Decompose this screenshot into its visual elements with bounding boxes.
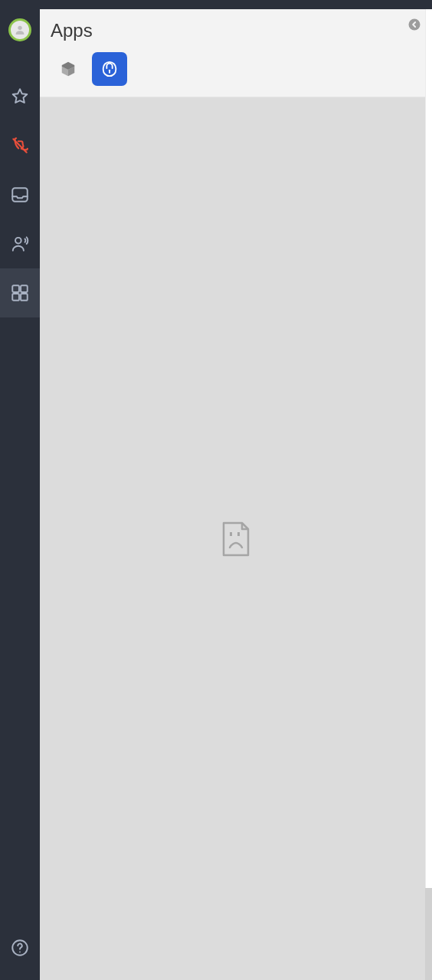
sidebar-item-help[interactable]	[0, 923, 40, 972]
sidebar-item-apps[interactable]	[0, 268, 40, 317]
help-icon	[10, 938, 30, 958]
sidebar-item-contacts[interactable]	[0, 219, 40, 268]
phone-off-icon	[10, 136, 30, 156]
panel-title: Apps	[51, 20, 418, 41]
cube-icon	[60, 61, 77, 77]
svg-rect-11	[230, 532, 232, 536]
collapse-button[interactable]	[407, 18, 421, 31]
sidebar-item-inbox[interactable]	[0, 170, 40, 219]
sidebar-item-calls[interactable]	[0, 121, 40, 170]
sidebar	[0, 0, 40, 980]
svg-point-0	[18, 26, 21, 30]
window-top-strip	[0, 0, 432, 9]
svg-rect-1	[12, 188, 28, 201]
svg-rect-6	[21, 294, 28, 301]
sidebar-item-favorites[interactable]	[0, 72, 40, 121]
svg-rect-5	[12, 294, 19, 301]
chevron-left-circle-icon	[407, 18, 421, 31]
svg-point-8	[19, 952, 21, 953]
svg-rect-4	[21, 285, 28, 292]
svg-point-2	[15, 238, 21, 244]
right-edge	[425, 9, 432, 980]
panel-header: Apps	[40, 9, 432, 97]
lock-icon	[101, 61, 118, 77]
svg-rect-3	[12, 285, 19, 292]
person-icon	[14, 24, 26, 36]
content-area	[40, 97, 432, 980]
star-icon	[10, 87, 30, 107]
tab-secure[interactable]	[92, 52, 127, 86]
tab-box[interactable]	[51, 52, 86, 86]
inbox-icon	[10, 185, 30, 205]
avatar-inner	[11, 21, 29, 39]
avatar[interactable]	[8, 18, 31, 41]
apps-panel: Apps	[40, 9, 432, 980]
scrollbar-thumb[interactable]	[425, 888, 432, 980]
svg-rect-12	[237, 532, 240, 536]
broken-page-icon	[221, 521, 251, 557]
app-tabs	[51, 52, 418, 86]
app-root: Apps	[0, 0, 432, 980]
svg-point-9	[409, 19, 421, 31]
person-speak-icon	[10, 234, 30, 254]
apps-grid-icon	[10, 283, 30, 303]
